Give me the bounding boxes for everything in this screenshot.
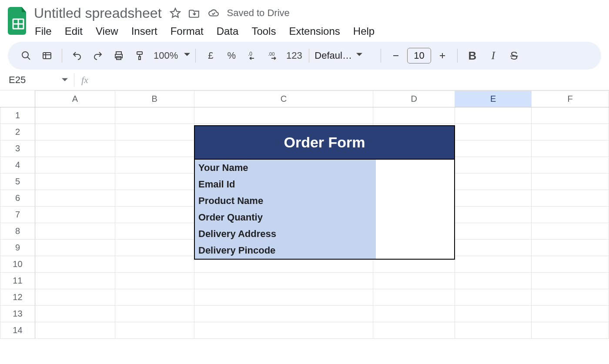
row-header[interactable]: 7 (0, 207, 35, 223)
row-header[interactable]: 12 (0, 289, 35, 306)
cell[interactable] (455, 306, 532, 322)
more-formats-button[interactable]: 123 (284, 46, 304, 65)
row-header[interactable]: 14 (0, 322, 35, 339)
cell[interactable] (532, 174, 609, 190)
cell[interactable] (115, 174, 194, 190)
cell[interactable] (373, 289, 455, 306)
cell[interactable] (35, 306, 115, 322)
column-header-C[interactable]: C (194, 91, 373, 107)
cell[interactable] (373, 322, 455, 339)
cell[interactable] (532, 207, 609, 223)
select-all-corner[interactable] (0, 91, 35, 107)
row-header[interactable]: 3 (0, 140, 35, 157)
cell[interactable] (532, 240, 609, 256)
search-icon[interactable] (17, 46, 36, 65)
column-header-F[interactable]: F (532, 91, 609, 107)
menu-tools[interactable]: Tools (251, 25, 276, 37)
cell[interactable] (194, 289, 373, 306)
print-icon[interactable] (109, 46, 128, 65)
cloud-saved-icon[interactable] (208, 7, 219, 19)
form-value-name[interactable] (376, 160, 454, 176)
row-header[interactable]: 5 (0, 174, 35, 190)
document-title[interactable]: Untitled spreadsheet (34, 5, 162, 21)
menu-format[interactable]: Format (171, 25, 204, 37)
cell[interactable] (455, 289, 532, 306)
column-header-D[interactable]: D (373, 91, 455, 107)
currency-format-button[interactable]: £ (201, 46, 220, 65)
cell[interactable] (455, 107, 532, 124)
cell[interactable] (532, 322, 609, 339)
cell[interactable] (455, 223, 532, 240)
cell[interactable] (455, 240, 532, 256)
cell[interactable] (115, 273, 194, 289)
cell[interactable] (455, 157, 532, 174)
cell[interactable] (35, 124, 115, 140)
row-header[interactable]: 9 (0, 240, 35, 256)
form-value-quantity[interactable] (376, 209, 454, 226)
cell[interactable] (35, 207, 115, 223)
filter-views-icon[interactable] (37, 46, 57, 65)
menu-insert[interactable]: Insert (131, 25, 157, 37)
cell[interactable] (455, 322, 532, 339)
cell[interactable] (35, 190, 115, 207)
row-header[interactable]: 2 (0, 124, 35, 140)
cell[interactable] (532, 256, 609, 273)
zoom-dropdown[interactable]: 100% (151, 50, 190, 61)
cell[interactable] (35, 240, 115, 256)
row-header[interactable]: 1 (0, 107, 35, 124)
cell[interactable] (35, 256, 115, 273)
italic-button[interactable]: I (484, 46, 503, 65)
row-header[interactable]: 13 (0, 306, 35, 322)
cell[interactable] (532, 140, 609, 157)
percent-format-button[interactable]: % (222, 46, 241, 65)
sheets-logo-icon[interactable] (5, 3, 31, 38)
cell[interactable] (194, 107, 373, 124)
cell[interactable] (115, 107, 194, 124)
undo-icon[interactable] (67, 46, 87, 65)
cell[interactable] (35, 273, 115, 289)
cell[interactable] (35, 107, 115, 124)
cell[interactable] (373, 306, 455, 322)
font-size-input[interactable]: 10 (407, 48, 431, 63)
cell[interactable] (115, 207, 194, 223)
cell[interactable] (455, 273, 532, 289)
cell[interactable] (115, 240, 194, 256)
row-header[interactable]: 8 (0, 223, 35, 240)
column-header-B[interactable]: B (115, 91, 194, 107)
decrease-font-size-button[interactable] (386, 46, 405, 65)
cell[interactable] (373, 273, 455, 289)
row-header[interactable]: 4 (0, 157, 35, 174)
name-box[interactable]: E25 (0, 74, 74, 86)
redo-icon[interactable] (88, 46, 107, 65)
cell[interactable] (115, 223, 194, 240)
cell[interactable] (532, 157, 609, 174)
star-icon[interactable] (170, 7, 181, 19)
cell[interactable] (194, 273, 373, 289)
cell[interactable] (455, 124, 532, 140)
increase-font-size-button[interactable] (433, 46, 452, 65)
decrease-decimal-icon[interactable]: .0 (243, 46, 262, 65)
form-value-pincode[interactable] (376, 242, 454, 259)
cell[interactable] (194, 322, 373, 339)
cell[interactable] (532, 223, 609, 240)
strikethrough-button[interactable]: S (505, 46, 524, 65)
cell[interactable] (115, 322, 194, 339)
cell[interactable] (115, 157, 194, 174)
cell[interactable] (115, 140, 194, 157)
row-header[interactable]: 11 (0, 273, 35, 289)
cell[interactable] (455, 140, 532, 157)
cell[interactable] (455, 174, 532, 190)
cell[interactable] (115, 124, 194, 140)
row-header[interactable]: 10 (0, 256, 35, 273)
cell[interactable] (115, 289, 194, 306)
cell[interactable] (532, 107, 609, 124)
increase-decimal-icon[interactable]: .00 (264, 46, 283, 65)
cell[interactable] (35, 174, 115, 190)
move-to-drive-icon[interactable] (189, 7, 200, 19)
cell[interactable] (532, 190, 609, 207)
cell[interactable] (35, 140, 115, 157)
menu-help[interactable]: Help (353, 25, 375, 37)
cell[interactable] (532, 306, 609, 322)
menu-data[interactable]: Data (217, 25, 239, 37)
cell[interactable] (532, 124, 609, 140)
